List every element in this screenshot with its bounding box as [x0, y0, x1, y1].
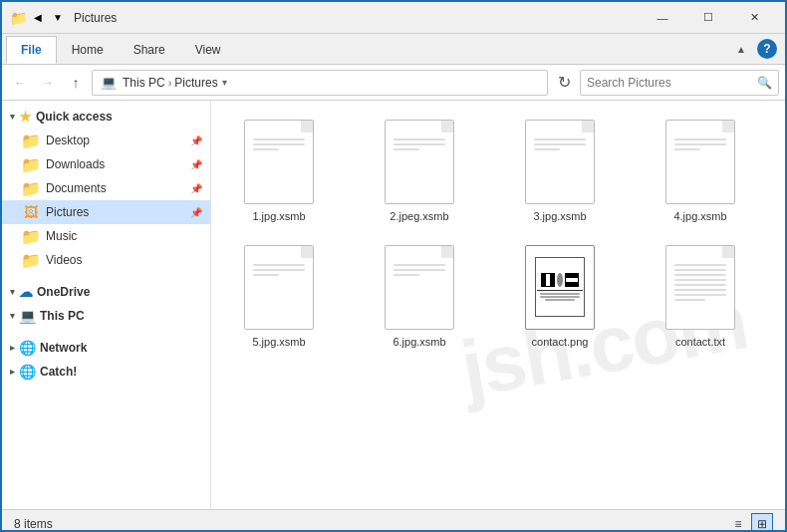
- xsmb-file-icon: [385, 120, 454, 204]
- file-name: contact.png: [532, 336, 589, 348]
- file-icon-wrapper: [239, 242, 319, 332]
- sidebar-desktop-label: Desktop: [46, 133, 90, 147]
- sidebar-thispc-label: This PC: [40, 309, 85, 323]
- videos-folder-icon: 📁: [22, 251, 40, 269]
- network-chevron: ▸: [10, 343, 15, 353]
- file-item[interactable]: contact.png: [500, 234, 620, 356]
- path-separator-1: ›: [168, 77, 172, 89]
- tab-share[interactable]: Share: [119, 36, 180, 64]
- file-icon-wrapper: [520, 117, 600, 206]
- file-item[interactable]: 3.jpg.xsmb: [500, 109, 620, 230]
- thispc-icon: 💻: [19, 308, 36, 324]
- downloads-pin-icon: 📌: [190, 159, 202, 170]
- sidebar-onedrive-label: OneDrive: [37, 285, 90, 299]
- address-path[interactable]: 💻 This PC › Pictures ▾: [92, 70, 548, 96]
- xsmb-file-icon: [244, 120, 314, 204]
- sidebar-item-documents[interactable]: 📁 Documents 📌: [2, 176, 210, 200]
- documents-pin-icon: 📌: [190, 183, 202, 194]
- main-layout: ▾ ★ Quick access 📁 Desktop 📌 📁 Downloads…: [2, 101, 785, 509]
- title-bar-icons: 📁 ◀ ▼: [10, 10, 66, 26]
- file-name: 4.jpg.xsmb: [673, 210, 726, 222]
- sidebar-item-videos[interactable]: 📁 Videos: [2, 248, 210, 272]
- sidebar-catch-header[interactable]: ▸ 🌐 Catch!: [2, 360, 210, 384]
- sidebar-quickaccess-header[interactable]: ▾ ★ Quick access: [2, 105, 210, 129]
- sidebar-network-header[interactable]: ▸ 🌐 Network: [2, 336, 210, 360]
- file-icon-wrapper: [380, 117, 459, 206]
- file-item[interactable]: 6.jpg.xsmb: [360, 234, 479, 356]
- help-button[interactable]: ?: [757, 39, 777, 59]
- path-thispc[interactable]: This PC: [123, 76, 165, 90]
- sidebar: ▾ ★ Quick access 📁 Desktop 📌 📁 Downloads…: [2, 101, 211, 509]
- network-icon: 🌐: [19, 340, 36, 356]
- pictures-pin-icon: 📌: [190, 207, 202, 218]
- file-icon-wrapper: [380, 242, 459, 332]
- file-item[interactable]: 2.jpeg.xsmb: [360, 109, 479, 230]
- tile-view-button[interactable]: ⊞: [751, 513, 773, 533]
- desktop-folder-icon: 📁: [22, 132, 40, 149]
- file-icon-wrapper: [660, 117, 740, 206]
- title-bar: 📁 ◀ ▼ Pictures — ☐ ✕: [2, 2, 785, 34]
- title-controls: — ☐ ✕: [640, 2, 777, 34]
- onedrive-chevron: ▾: [10, 287, 15, 297]
- onedrive-icon: ☁: [19, 284, 33, 300]
- path-icon: 💻: [101, 75, 117, 90]
- sidebar-network-label: Network: [40, 341, 87, 355]
- list-view-button[interactable]: ≡: [727, 513, 749, 533]
- view-toggle: ≡ ⊞: [727, 513, 773, 533]
- address-bar: ← → ↑ 💻 This PC › Pictures ▾ ↻ 🔍: [2, 65, 785, 101]
- sidebar-thispc-header[interactable]: ▾ 💻 This PC: [2, 304, 210, 328]
- ribbon: File Home Share View ▲ ?: [2, 34, 785, 65]
- sidebar-item-music[interactable]: 📁 Music: [2, 224, 210, 248]
- xsmb-file-icon: [244, 245, 314, 330]
- sidebar-catch-label: Catch!: [40, 365, 77, 379]
- back-button[interactable]: ←: [8, 71, 32, 95]
- search-input[interactable]: [587, 76, 753, 90]
- sidebar-onedrive-header[interactable]: ▾ ☁ OneDrive: [2, 280, 210, 304]
- path-dropdown-icon[interactable]: ▾: [222, 77, 227, 88]
- catch-icon: 🌐: [19, 364, 36, 380]
- quick-access-icon2: ▼: [50, 10, 66, 26]
- ribbon-collapse-button[interactable]: ▲: [729, 37, 753, 61]
- file-icon-wrapper: [520, 242, 600, 332]
- maximize-button[interactable]: ☐: [685, 2, 731, 34]
- sidebar-item-desktop[interactable]: 📁 Desktop 📌: [2, 129, 210, 152]
- ribbon-tabs: File Home Share View ▲ ?: [2, 34, 785, 64]
- sidebar-pictures-label: Pictures: [46, 205, 89, 219]
- downloads-folder-icon: 📁: [22, 155, 40, 173]
- catch-chevron: ▸: [10, 367, 15, 377]
- tab-home[interactable]: Home: [57, 36, 119, 64]
- file-item[interactable]: 4.jpg.xsmb: [641, 109, 760, 230]
- star-icon: ★: [19, 109, 32, 125]
- folder-icon: 📁: [10, 10, 26, 26]
- path-pictures[interactable]: Pictures: [174, 76, 217, 90]
- search-box: 🔍: [580, 70, 779, 96]
- file-item[interactable]: contact.txt: [641, 234, 760, 356]
- file-item[interactable]: 5.jpg.xsmb: [219, 234, 339, 356]
- item-count: 8 items: [14, 517, 53, 531]
- minimize-button[interactable]: —: [640, 2, 685, 34]
- tab-view[interactable]: View: [180, 36, 236, 64]
- thispc-chevron: ▾: [10, 311, 15, 321]
- documents-folder-icon: 📁: [22, 179, 40, 197]
- file-name: contact.txt: [675, 336, 725, 348]
- xsmb-file-icon: [665, 120, 735, 204]
- file-icon-wrapper: [660, 242, 740, 332]
- sidebar-item-downloads[interactable]: 📁 Downloads 📌: [2, 152, 210, 176]
- sidebar-documents-label: Documents: [46, 181, 107, 195]
- tab-file[interactable]: File: [6, 36, 57, 64]
- file-name: 2.jpeg.xsmb: [390, 210, 448, 222]
- refresh-button[interactable]: ↻: [552, 71, 576, 95]
- file-item[interactable]: 1.jpg.xsmb: [219, 109, 339, 230]
- status-bar: 8 items ≡ ⊞: [2, 509, 785, 532]
- music-folder-icon: 📁: [22, 227, 40, 245]
- xsmb-file-icon: [525, 120, 595, 204]
- close-button[interactable]: ✕: [731, 2, 777, 34]
- desktop-pin-icon: 📌: [190, 135, 202, 146]
- file-name: 6.jpg.xsmb: [393, 336, 445, 348]
- search-icon[interactable]: 🔍: [757, 76, 772, 90]
- forward-button[interactable]: →: [36, 71, 60, 95]
- quickaccess-chevron: ▾: [10, 112, 15, 122]
- file-name: 1.jpg.xsmb: [252, 210, 305, 222]
- sidebar-item-pictures[interactable]: 🖼 Pictures 📌: [2, 200, 210, 224]
- up-button[interactable]: ↑: [64, 71, 88, 95]
